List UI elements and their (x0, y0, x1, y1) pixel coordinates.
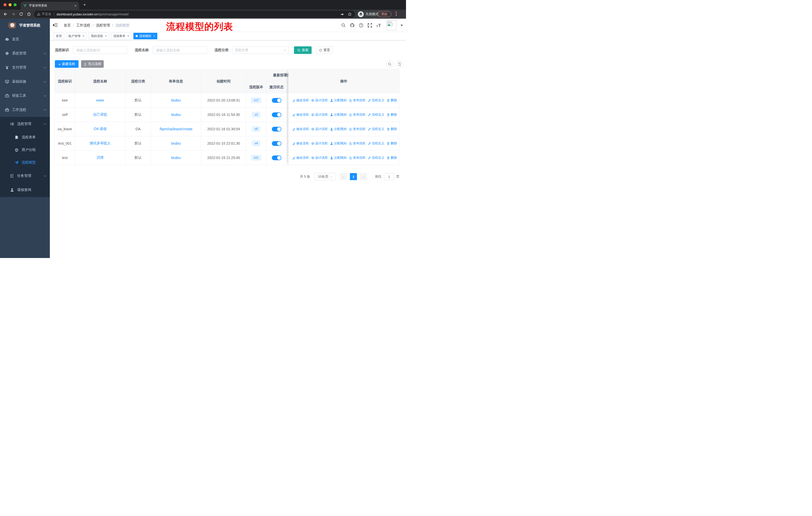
page-size-select[interactable]: 10条/页 (314, 173, 336, 180)
sidebar-item-流程模型[interactable]: 流程模型 (0, 156, 50, 169)
new-tab-button[interactable]: + (82, 2, 87, 7)
close-icon[interactable]: × (127, 34, 129, 38)
close-window-button[interactable] (3, 3, 6, 6)
forward-icon[interactable] (11, 12, 16, 17)
active-toggle[interactable] (272, 127, 282, 132)
action-删除[interactable]: 删除 (387, 156, 397, 160)
reload-icon[interactable] (19, 12, 23, 17)
form-info-link[interactable]: biubiu (171, 98, 180, 102)
hamburger-icon[interactable] (53, 23, 58, 27)
form-info-link[interactable]: biubiu (171, 113, 180, 117)
search-button[interactable]: 搜索 (294, 46, 312, 54)
action-发布流程[interactable]: 发布流程 (349, 98, 366, 103)
process-name-link[interactable]: 自己审批 (93, 112, 107, 117)
github-icon[interactable] (350, 23, 355, 28)
show-search-button[interactable] (386, 60, 394, 68)
key-icon[interactable] (340, 12, 344, 17)
fullscreen-icon[interactable] (368, 23, 372, 28)
bookmark-star-icon[interactable] (348, 12, 352, 17)
action-流程定义[interactable]: 流程定义 (368, 156, 384, 160)
action-发布流程[interactable]: 发布流程 (349, 156, 366, 160)
browser-tab[interactable]: 芋道管理系统 × (21, 2, 79, 9)
action-修改流程[interactable]: 修改流程 (292, 113, 309, 117)
user-avatar[interactable] (386, 20, 397, 30)
action-分配规则[interactable]: 分配规则 (330, 127, 347, 131)
active-toggle[interactable] (272, 141, 282, 146)
tag-首页[interactable]: 首页 (54, 33, 64, 39)
action-修改流程[interactable]: 修改流程 (292, 156, 309, 160)
filter-key-input[interactable] (73, 46, 127, 54)
chrome-update-button[interactable]: 更新 (377, 11, 392, 17)
tag-租户管理[interactable]: 租户管理 × (66, 33, 87, 39)
help-icon[interactable] (359, 23, 364, 28)
address-bar[interactable]: 不安全 dashboard.yudao.iocoder.cn/bpm/manag… (34, 10, 355, 18)
action-发布流程[interactable]: 发布流程 (349, 113, 366, 117)
import-process-button[interactable]: 导入流程 (81, 60, 104, 68)
reset-button[interactable]: 重置 (316, 46, 333, 54)
browser-menu-icon[interactable] (396, 11, 397, 16)
tag-流程表单[interactable]: 流程表单 × (111, 33, 132, 39)
action-分配规则[interactable]: 分配规则 (330, 141, 347, 146)
process-name-link[interactable]: 测试多审批人 (90, 141, 111, 146)
font-size-icon[interactable]: TT (376, 23, 382, 28)
process-name-link[interactable]: 滔博 (97, 156, 104, 160)
action-发布流程[interactable]: 发布流程 (349, 141, 366, 146)
action-分配规则[interactable]: 分配规则 (330, 156, 347, 160)
breadcrumb-process-mgmt[interactable]: 流程管理 (96, 23, 110, 28)
action-删除[interactable]: 删除 (387, 141, 397, 146)
active-toggle[interactable] (272, 98, 282, 103)
active-toggle[interactable] (272, 112, 282, 117)
action-分配规则[interactable]: 分配规则 (330, 113, 347, 117)
action-流程定义[interactable]: 流程定义 (368, 113, 384, 117)
sidebar-item-研发工具[interactable]: 研发工具 (0, 89, 50, 103)
action-流程定义[interactable]: 流程定义 (368, 141, 384, 146)
caret-down-icon[interactable] (401, 25, 403, 26)
back-icon[interactable] (3, 12, 8, 17)
process-name-link[interactable]: eeee (96, 98, 104, 102)
process-name-link[interactable]: OA 请假 (94, 127, 107, 131)
sidebar-item-首页[interactable]: 首页 (0, 32, 50, 46)
action-修改流程[interactable]: 修改流程 (292, 127, 309, 131)
form-info-link[interactable]: biubiu (171, 141, 180, 145)
filter-name-input[interactable] (153, 46, 207, 54)
prev-page-button[interactable]: ‹ (340, 173, 347, 180)
action-设计流程[interactable]: 设计流程 (311, 113, 328, 117)
form-info-link[interactable]: /bpm/oa/leave/create (160, 127, 193, 131)
action-流程定义[interactable]: 流程定义 (368, 98, 384, 103)
sidebar-item-用户分组[interactable]: 用户分组 (0, 144, 50, 156)
home-icon[interactable] (27, 12, 31, 17)
next-page-button[interactable]: › (360, 173, 367, 180)
sidebar-item-流程管理[interactable]: 流程管理 (0, 117, 50, 131)
action-流程定义[interactable]: 流程定义 (368, 127, 384, 131)
sidebar-item-任务管理[interactable]: 任务管理 (0, 169, 50, 183)
tab-close-icon[interactable]: × (75, 4, 77, 8)
goto-page-input[interactable] (384, 173, 394, 180)
sidebar-item-请假查询[interactable]: 请假查询 (0, 183, 50, 197)
refresh-table-button[interactable] (396, 60, 403, 68)
sidebar-logo[interactable]: 芋道管理系统 (0, 19, 50, 32)
minimize-window-button[interactable] (8, 3, 11, 6)
sidebar-item-流程表单[interactable]: 流程表单 (0, 131, 50, 144)
zoom-window-button[interactable] (13, 3, 17, 6)
tag-我的流程[interactable]: 我的流程 × (89, 33, 109, 39)
sidebar-item-工作流程[interactable]: 工作流程 (0, 103, 50, 117)
sidebar-item-系统管理[interactable]: 系统管理 (0, 46, 50, 60)
breadcrumb-workflow[interactable]: 工作流程 (76, 23, 90, 28)
search-icon[interactable] (341, 23, 346, 28)
action-设计流程[interactable]: 设计流程 (311, 127, 328, 131)
sidebar-item-支付管理[interactable]: 支付管理 (0, 60, 50, 75)
filter-category-select[interactable]: 流程分类 (232, 46, 289, 54)
tag-流程模型[interactable]: 流程模型 × (134, 33, 157, 39)
form-info-link[interactable]: biubiu (171, 156, 180, 160)
action-删除[interactable]: 删除 (387, 98, 397, 103)
create-process-button[interactable]: + 新建流程 (55, 60, 79, 68)
sidebar-item-基础设施[interactable]: 基础设施 (0, 75, 50, 89)
action-修改流程[interactable]: 修改流程 (292, 98, 309, 103)
close-icon[interactable]: × (105, 34, 107, 38)
action-设计流程[interactable]: 设计流程 (311, 156, 328, 160)
action-删除[interactable]: 删除 (387, 127, 397, 131)
action-发布流程[interactable]: 发布流程 (349, 127, 366, 131)
active-toggle[interactable] (272, 156, 282, 160)
close-icon[interactable]: × (83, 34, 84, 38)
action-设计流程[interactable]: 设计流程 (311, 98, 328, 103)
